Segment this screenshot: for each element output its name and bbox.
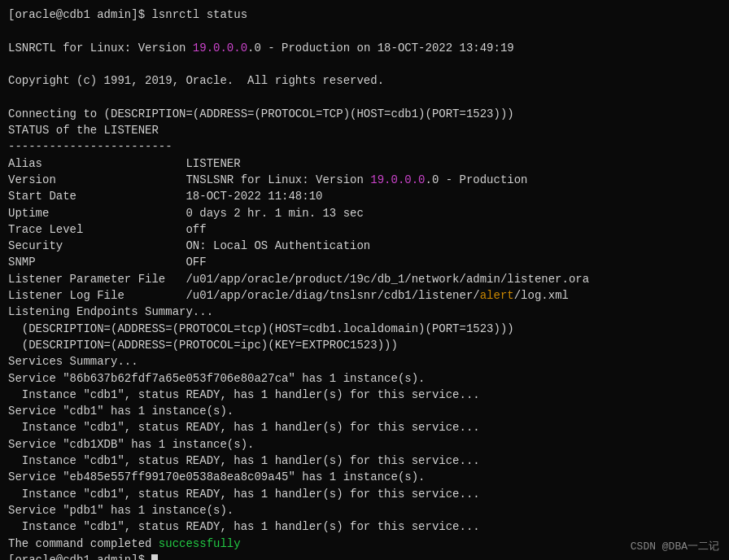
endpoint1-line: (DESCRIPTION=(ADDRESS=(PROTOCOL=tcp)(HOS… <box>8 321 721 337</box>
status-header-line: STATUS of the LISTENER <box>8 122 721 138</box>
completed-line: The command completed successfully <box>8 536 721 552</box>
final-prompt-text: [oracle@cdb1 admin]$ <box>8 553 151 560</box>
log-file-prefix: Listener Log File /u01/app/oracle/diag/t… <box>8 289 480 302</box>
endpoints-summary-line: Listening Endpoints Summary... <box>8 304 721 320</box>
param-file-line: Listener Parameter File /u01/app/oracle/… <box>8 271 721 287</box>
lsnrctl-version-line: LSNRCTL for Linux: Version 19.0.0.0.0 - … <box>8 40 721 56</box>
instance1-line: Instance "cdb1", status READY, has 1 han… <box>8 387 721 403</box>
blank-line-3 <box>8 89 721 105</box>
services-summary-line: Services Summary... <box>8 353 721 370</box>
instance2-line: Instance "cdb1", status READY, has 1 han… <box>8 419 721 435</box>
blank-line-2 <box>8 56 721 72</box>
command-line: [oracle@cdb1 admin]$ lsnrctl status <box>8 7 721 23</box>
blank-line-1 <box>8 23 721 39</box>
service1-line: Service "86b637b62fdf7a65e053f706e80a27c… <box>8 370 721 387</box>
successfully-text: successfully <box>159 537 241 550</box>
alias-line: Alias LISTENER <box>8 155 721 172</box>
service4-line: Service "eb485e557ff99170e0538a8ea8c09a4… <box>8 469 721 485</box>
version-suffix: .0 - Production <box>426 173 528 186</box>
instance5-line: Instance "cdb1", status READY, has 1 han… <box>8 518 721 535</box>
connecting-line: Connecting to (DESCRIPTION=(ADDRESS=(PRO… <box>8 106 721 122</box>
service2-line: Service "cdb1" has 1 instance(s). <box>8 403 721 419</box>
uptime-line: Uptime 0 days 2 hr. 1 min. 13 sec <box>8 205 721 221</box>
log-file-suffix: /log.xml <box>514 289 569 302</box>
lsnrctl-prefix: LSNRCTL for Linux: Version <box>8 42 193 55</box>
instance3-line: Instance "cdb1", status READY, has 1 han… <box>8 453 721 469</box>
completed-prefix: The command completed <box>8 537 159 550</box>
alert-link: alert <box>480 289 514 302</box>
instance4-line: Instance "cdb1", status READY, has 1 han… <box>8 486 721 502</box>
version-number-2: 19.0.0.0 <box>370 173 425 186</box>
security-line: Security ON: Local OS Authentication <box>8 238 721 254</box>
copyright-line: Copyright (c) 1991, 2019, Oracle. All ri… <box>8 72 721 89</box>
final-prompt-line: [oracle@cdb1 admin]$ <box>8 552 721 560</box>
trace-level-line: Trace Level off <box>8 221 721 238</box>
version-number-1: 19.0.0.0 <box>193 42 247 55</box>
service5-line: Service "pdb1" has 1 instance(s). <box>8 502 721 518</box>
terminal-cursor <box>151 554 158 560</box>
log-file-line: Listener Log File /u01/app/oracle/diag/t… <box>8 287 721 304</box>
separator-line: ------------------------ <box>8 138 721 155</box>
service3-line: Service "cdb1XDB" has 1 instance(s). <box>8 436 721 453</box>
terminal: [oracle@cdb1 admin]$ lsnrctl status LSNR… <box>0 0 729 560</box>
watermark: CSDN @DBA一二记 <box>631 539 719 553</box>
version-line: Version TNSLSNR for Linux: Version 19.0.… <box>8 172 721 188</box>
snmp-line: SNMP OFF <box>8 254 721 270</box>
start-date-line: Start Date 18-OCT-2022 11:48:10 <box>8 188 721 204</box>
version-prefix: Version TNSLSNR for Linux: Version <box>8 173 370 186</box>
lsnrctl-suffix: .0 - Production on 18-OCT-2022 13:49:19 <box>247 42 514 55</box>
endpoint2-line: (DESCRIPTION=(ADDRESS=(PROTOCOL=ipc)(KEY… <box>8 337 721 353</box>
